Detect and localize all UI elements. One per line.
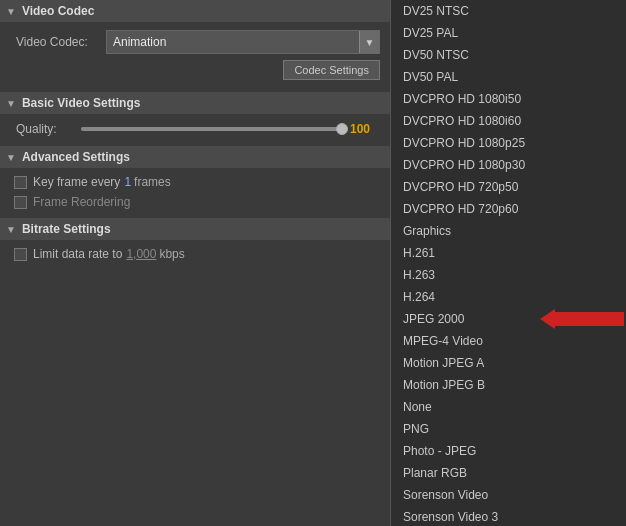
keyframe-value: 1 — [124, 175, 131, 189]
basic-video-settings-section-label: Basic Video Settings — [22, 96, 140, 110]
codec-list-item-motion-jpeg-b[interactable]: Motion JPEG B — [391, 374, 626, 396]
codec-list-item-label: PNG — [403, 422, 429, 436]
codec-list-item-label: None — [403, 400, 432, 414]
bitrate-value: 1,000 — [126, 247, 156, 261]
codec-list-item-label: DV25 PAL — [403, 26, 458, 40]
codec-list-item-dvcpro-hd-1080p30[interactable]: DVCPRO HD 1080p30 — [391, 154, 626, 176]
video-codec-label: Video Codec: — [16, 35, 106, 49]
advanced-settings-section-header[interactable]: ▼ Advanced Settings — [0, 146, 390, 168]
frame-reordering-label: Frame Reordering — [33, 195, 130, 209]
codec-list-item-label: DV50 PAL — [403, 70, 458, 84]
codec-list-item-dv25-ntsc[interactable]: DV25 NTSC — [391, 0, 626, 22]
keyframe-row: Key frame every 1 frames — [0, 172, 390, 192]
section-arrow-basic-video: ▼ — [6, 98, 16, 109]
codec-list-item-label: DV50 NTSC — [403, 48, 469, 62]
codec-list-item-planar-rgb[interactable]: Planar RGB — [391, 462, 626, 484]
codec-list-item-dvcpro-hd-1080p25[interactable]: DVCPRO HD 1080p25 — [391, 132, 626, 154]
codec-list: DV25 NTSCDV25 PALDV50 NTSCDV50 PALDVCPRO… — [391, 0, 626, 526]
codec-list-item-jpeg-2000[interactable]: JPEG 2000 — [391, 308, 626, 330]
codec-list-item-png[interactable]: PNG — [391, 418, 626, 440]
codec-list-item-dvcpro-hd-720p60[interactable]: DVCPRO HD 720p60 — [391, 198, 626, 220]
frame-reordering-checkbox[interactable] — [14, 196, 27, 209]
video-codec-dropdown-value: Animation — [107, 35, 359, 49]
codec-list-item-label: Graphics — [403, 224, 451, 238]
codec-list-item-h261[interactable]: H.261 — [391, 242, 626, 264]
codec-list-item-dvcpro-hd-1080i50[interactable]: DVCPRO HD 1080i50 — [391, 88, 626, 110]
video-codec-field-row: Video Codec: Animation ▼ — [0, 26, 390, 58]
codec-list-item-sorenson-video-3[interactable]: Sorenson Video 3 — [391, 506, 626, 526]
keyframe-checkbox[interactable] — [14, 176, 27, 189]
section-arrow-video-codec: ▼ — [6, 6, 16, 17]
codec-list-item-motion-jpeg-a[interactable]: Motion JPEG A — [391, 352, 626, 374]
codec-list-item-dvcpro-hd-720p50[interactable]: DVCPRO HD 720p50 — [391, 176, 626, 198]
arrow-body — [554, 312, 624, 326]
frame-reordering-row: Frame Reordering — [0, 192, 390, 212]
codec-list-item-label: Sorenson Video — [403, 488, 488, 502]
bitrate-unit: kbps — [159, 247, 184, 261]
codec-list-item-graphics[interactable]: Graphics — [391, 220, 626, 242]
codec-list-item-label: JPEG 2000 — [403, 312, 464, 326]
quality-value: 100 — [350, 122, 380, 136]
keyframe-unit: frames — [134, 175, 171, 189]
codec-list-item-label: H.263 — [403, 268, 435, 282]
codec-list-item-label: DVCPRO HD 720p60 — [403, 202, 518, 216]
basic-video-settings-section-header[interactable]: ▼ Basic Video Settings — [0, 92, 390, 114]
quality-label: Quality: — [16, 122, 81, 136]
codec-list-item-none[interactable]: None — [391, 396, 626, 418]
quality-slider-track[interactable] — [81, 127, 342, 131]
codec-list-item-label: Photo - JPEG — [403, 444, 476, 458]
codec-list-item-label: DVCPRO HD 1080p25 — [403, 136, 525, 150]
codec-list-item-mpeg4-video[interactable]: MPEG-4 Video — [391, 330, 626, 352]
arrow-annotation — [554, 312, 624, 326]
codec-list-item-label: Planar RGB — [403, 466, 467, 480]
bitrate-settings-section-label: Bitrate Settings — [22, 222, 111, 236]
codec-list-item-label: H.261 — [403, 246, 435, 260]
codec-list-item-sorenson-video[interactable]: Sorenson Video — [391, 484, 626, 506]
limit-data-rate-row: Limit data rate to 1,000 kbps — [0, 244, 390, 264]
codec-list-panel: DV25 NTSCDV25 PALDV50 NTSCDV50 PALDVCPRO… — [390, 0, 626, 526]
section-arrow-advanced: ▼ — [6, 152, 16, 163]
codec-list-item-dv50-pal[interactable]: DV50 PAL — [391, 66, 626, 88]
codec-list-item-dvcpro-hd-1080i60[interactable]: DVCPRO HD 1080i60 — [391, 110, 626, 132]
codec-list-item-label: H.264 — [403, 290, 435, 304]
video-codec-section-header[interactable]: ▼ Video Codec — [0, 0, 390, 22]
codec-list-item-dv50-ntsc[interactable]: DV50 NTSC — [391, 44, 626, 66]
keyframe-label: Key frame every — [33, 175, 120, 189]
codec-list-item-label: DVCPRO HD 1080i50 — [403, 92, 521, 106]
codec-settings-button[interactable]: Codec Settings — [283, 60, 380, 80]
codec-list-item-label: DV25 NTSC — [403, 4, 469, 18]
codec-list-item-label: Sorenson Video 3 — [403, 510, 498, 524]
quality-slider-fill — [81, 127, 342, 131]
codec-list-item-label: Motion JPEG B — [403, 378, 485, 392]
video-codec-dropdown[interactable]: Animation ▼ — [106, 30, 380, 54]
codec-list-item-label: DVCPRO HD 1080i60 — [403, 114, 521, 128]
codec-dropdown-arrow-icon: ▼ — [359, 31, 379, 53]
codec-list-item-h264[interactable]: H.264 — [391, 286, 626, 308]
codec-list-item-h263[interactable]: H.263 — [391, 264, 626, 286]
quality-slider-thumb — [336, 123, 348, 135]
video-codec-section-label: Video Codec — [22, 4, 94, 18]
bitrate-settings-section-header[interactable]: ▼ Bitrate Settings — [0, 218, 390, 240]
codec-list-item-label: DVCPRO HD 720p50 — [403, 180, 518, 194]
codec-list-item-photo-jpeg[interactable]: Photo - JPEG — [391, 440, 626, 462]
advanced-settings-section-label: Advanced Settings — [22, 150, 130, 164]
codec-list-item-label: MPEG-4 Video — [403, 334, 483, 348]
limit-data-rate-checkbox[interactable] — [14, 248, 27, 261]
limit-data-rate-label: Limit data rate to — [33, 247, 122, 261]
codec-list-item-label: DVCPRO HD 1080p30 — [403, 158, 525, 172]
quality-row: Quality: 100 — [0, 118, 390, 140]
left-panel: ▼ Video Codec Video Codec: Animation ▼ C… — [0, 0, 390, 526]
codec-list-item-label: Motion JPEG A — [403, 356, 484, 370]
section-arrow-bitrate: ▼ — [6, 224, 16, 235]
codec-settings-container: Codec Settings — [0, 58, 390, 86]
codec-list-item-dv25-pal[interactable]: DV25 PAL — [391, 22, 626, 44]
